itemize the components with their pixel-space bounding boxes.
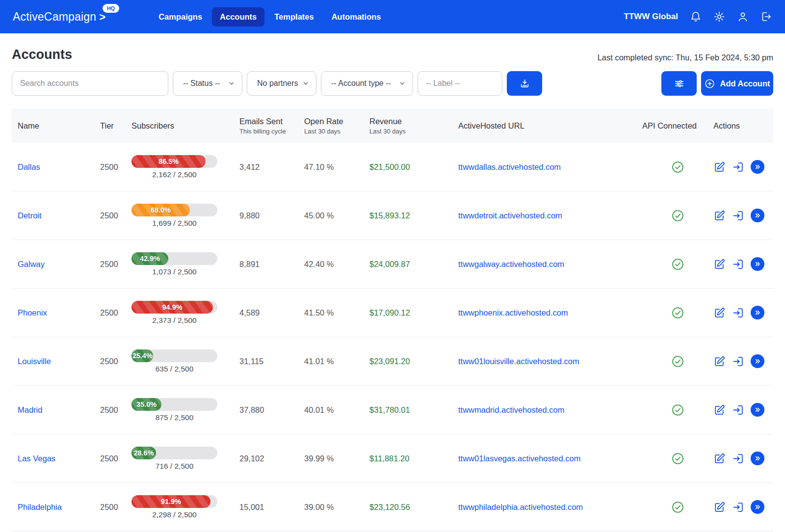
activehosted-url-link[interactable]: ttwwgalway.activehosted.com [458,260,564,268]
open-account-button[interactable] [751,403,764,417]
nav-item-accounts[interactable]: Accounts [212,7,264,27]
col-tier: Tier [100,121,131,131]
notifications-bell-icon[interactable] [690,11,702,23]
nav-item-automations[interactable]: Automations [324,7,389,27]
emails-sent-value: 31,115 [239,357,304,366]
revenue-value: $23,091.20 [369,357,458,366]
activehosted-url-link[interactable]: ttwwmadrid.activehosted.com [458,405,564,414]
open-rate-value: 40.01 % [304,405,369,415]
account-name-link[interactable]: Detroit [18,211,42,220]
subscribers-ratio: 716 / 2,500 [131,462,217,471]
login-to-account-button[interactable] [732,307,744,319]
revenue-value: $17,090.12 [369,308,458,318]
user-profile-icon[interactable] [737,11,749,23]
table-body: Dallas 2500 86.5% 2,162 / 2,500 3,412 47… [12,143,773,532]
emails-sent-value: 29,102 [239,454,304,463]
settings-gear-icon[interactable] [713,11,725,23]
col-subscribers: Subscribers [131,121,239,131]
account-name-link[interactable]: Philadelphia [18,503,62,511]
edit-account-button[interactable] [713,258,726,270]
login-to-account-button[interactable] [732,258,744,270]
table-row: Galway 2500 42.9% 1,073 / 2,500 8,891 42… [12,240,773,289]
partners-filter-select[interactable]: No partners [247,71,316,96]
edit-account-button[interactable] [713,355,726,368]
subscribers-bar-fill: 86.5% [131,155,206,168]
logo[interactable]: ActiveCampaign > HQ [13,10,105,24]
subscribers-progress-bar: 25.4% [131,349,217,362]
revenue-value: $23,120.56 [369,503,458,512]
table-row: Las Vegas 2500 28.6% 716 / 2,500 29,102 … [12,434,773,483]
subscribers-ratio: 2,298 / 2,500 [131,510,217,519]
column-settings-button[interactable] [661,71,697,96]
export-download-button[interactable] [507,71,542,96]
accounts-table: Name Tier Subscribers Emails SentThis bi… [12,108,773,532]
subscribers-ratio: 875 / 2,500 [131,413,217,422]
double-chevron-right-icon [754,357,761,365]
edit-account-button[interactable] [713,307,726,319]
double-chevron-right-icon [754,406,761,414]
account-name-link[interactable]: Louisville [18,357,51,366]
label-filter-input[interactable] [418,71,502,96]
chevron-down-icon [228,80,235,87]
open-account-button[interactable] [751,160,764,174]
login-to-account-button[interactable] [732,161,744,173]
login-to-account-button[interactable] [732,452,744,465]
api-connected-check-icon [671,160,684,174]
tier-value: 2500 [100,405,131,415]
edit-account-button[interactable] [713,501,726,513]
emails-sent-value: 3,412 [239,162,304,172]
activehosted-url-link[interactable]: ttww01lasvegas.activehosted.com [458,454,580,463]
api-connected-check-icon [671,306,684,319]
table-row: Philadelphia 2500 91.9% 2,298 / 2,500 15… [12,483,773,532]
add-account-button[interactable]: Add Account [701,71,773,96]
edit-account-button[interactable] [713,404,726,416]
activehosted-url-link[interactable]: ttwwphoenix.activehosted.com [458,308,568,317]
open-account-button[interactable] [751,354,764,368]
open-account-button[interactable] [751,452,764,465]
activehosted-url-link[interactable]: ttww01louisville.activehosted.com [458,357,579,366]
account-name-link[interactable]: Madrid [18,405,42,414]
login-to-account-button[interactable] [732,501,744,513]
primary-nav: Campaigns Accounts Templates Automations [151,7,389,27]
subscribers-progress-bar: 28.6% [131,447,217,459]
open-account-button[interactable] [751,500,764,514]
edit-account-button[interactable] [713,161,726,173]
logout-icon[interactable] [760,11,772,23]
emails-sent-value: 8,891 [239,260,304,269]
revenue-value: $31,780.01 [369,405,458,415]
subscribers-progress-bar: 68.0% [131,204,217,216]
account-name-link[interactable]: Dallas [18,162,40,171]
account-name-link[interactable]: Las Vegas [18,454,55,463]
activehosted-url-link[interactable]: ttwwdallas.activehosted.com [458,162,561,171]
status-filter-select[interactable]: -- Status -- [173,71,242,96]
account-type-filter-select[interactable]: -- Account type -- [321,71,413,96]
account-name-link[interactable]: Phoenix [18,308,47,317]
nav-item-templates[interactable]: Templates [266,7,321,27]
revenue-value: $21,500.00 [369,162,458,172]
col-open-rate: Open Rate [304,117,369,126]
account-name-link[interactable]: Galway [18,260,45,268]
double-chevron-right-icon [754,163,761,171]
tier-value: 2500 [100,211,131,220]
double-chevron-right-icon [754,503,761,511]
open-account-button[interactable] [751,209,764,222]
login-to-account-button[interactable] [732,210,744,222]
login-to-account-button[interactable] [732,355,744,368]
open-account-button[interactable] [751,306,764,319]
subscribers-ratio: 2,373 / 2,500 [131,316,217,325]
plus-circle-icon [704,78,715,89]
tier-value: 2500 [100,162,131,172]
subscribers-ratio: 635 / 2,500 [131,365,217,373]
subscribers-bar-fill: 91.9% [131,495,210,508]
subscribers-bar-fill: 35.0% [131,398,161,411]
edit-account-button[interactable] [713,210,726,222]
edit-account-button[interactable] [713,452,726,465]
logo-text: ActiveCampaign [13,10,96,24]
search-input[interactable] [12,71,168,96]
login-to-account-button[interactable] [732,404,744,416]
col-revenue: Revenue [369,117,458,126]
activehosted-url-link[interactable]: ttwwdetroit.activehosted.com [458,211,562,220]
nav-item-campaigns[interactable]: Campaigns [151,7,210,27]
activehosted-url-link[interactable]: ttwwphiladelphia.activehosted.com [458,503,583,511]
open-account-button[interactable] [751,257,764,271]
